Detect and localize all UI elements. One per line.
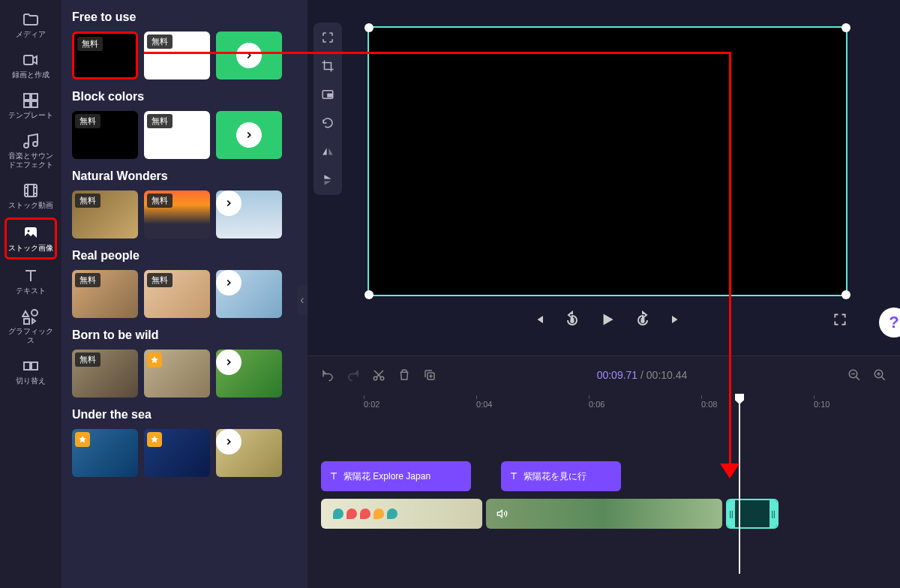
stock-thumbnail[interactable]: 無料 (72, 32, 138, 80)
stock-thumbnail[interactable] (72, 429, 138, 477)
stock-thumbnail[interactable]: 無料 (144, 270, 210, 318)
stock-thumbnail[interactable] (144, 350, 210, 398)
pip-icon[interactable] (319, 86, 337, 104)
resize-handle[interactable] (842, 23, 850, 32)
svg-text:5: 5 (571, 318, 574, 323)
clip-trim-left[interactable]: || (728, 500, 735, 527)
free-badge: 無料 (75, 273, 100, 287)
audio-icon (496, 508, 508, 520)
svg-rect-3 (24, 101, 30, 107)
sidebar-stock-image[interactable]: ストック画像 (4, 218, 57, 260)
video-icon (22, 51, 40, 69)
fit-icon[interactable] (319, 28, 337, 46)
flip-h-icon[interactable] (319, 142, 337, 160)
more-button[interactable] (236, 122, 262, 148)
timeline: 00:09.71 / 00:10.44 0:02 0:04 0:06 0:08 … (308, 356, 900, 588)
stock-thumbnail[interactable] (216, 32, 282, 80)
ruler-tick: 0:04 (476, 400, 492, 409)
collapse-panel[interactable]: ‹ (297, 285, 308, 315)
sidebar-label: 音楽とサウンドエフェクト (6, 152, 56, 170)
svg-text:5: 5 (641, 318, 644, 323)
stock-thumbnail[interactable] (216, 350, 282, 398)
resize-handle[interactable] (364, 290, 374, 299)
crop-icon[interactable] (319, 57, 337, 75)
more-button[interactable] (216, 350, 242, 375)
svg-rect-0 (24, 56, 33, 64)
sidebar-label: ストック動画 (8, 201, 53, 210)
play-button[interactable] (598, 310, 617, 329)
svg-point-18 (374, 376, 377, 380)
ruler-tick: 0:10 (814, 400, 830, 409)
forward-button[interactable]: 5 (634, 310, 652, 328)
sidebar-templates[interactable]: テンプレート (4, 87, 57, 124)
stock-thumbnail[interactable]: 無料 (144, 190, 210, 238)
svg-rect-1 (24, 94, 30, 100)
stock-thumbnail[interactable]: 無料 (144, 32, 210, 80)
timeline-tracks[interactable]: 紫陽花 Explore Japan 紫陽花を見に行 || (308, 416, 900, 588)
stock-thumbnail[interactable] (216, 270, 282, 318)
timeline-ruler[interactable]: 0:02 0:04 0:06 0:08 0:10 0:12 (308, 394, 900, 416)
free-badge: 無料 (147, 273, 172, 287)
sidebar-label: テンプレート (8, 111, 53, 120)
delete-button[interactable] (398, 368, 411, 382)
resize-handle[interactable] (842, 290, 850, 299)
fullscreen-button[interactable] (832, 312, 848, 327)
more-button[interactable] (216, 190, 242, 216)
rotate-icon[interactable] (319, 114, 337, 132)
sidebar-transition[interactable]: 切り替え (4, 352, 57, 390)
sidebar-label: グラフィックス (6, 327, 56, 345)
stock-thumbnail[interactable]: 無料 (144, 111, 210, 159)
sidebar-label: テキスト (16, 286, 46, 296)
clip-trim-right[interactable]: || (770, 500, 777, 527)
category-title: Free to use (72, 10, 297, 24)
playback-controls: 5 5 (345, 310, 870, 329)
sidebar-graphics[interactable]: グラフィックス (4, 303, 57, 350)
video-clip[interactable] (486, 499, 722, 529)
zoom-in-button[interactable] (873, 368, 886, 382)
main-area: 5 5 ? 00:09.71 / 00:10.44 (308, 0, 900, 588)
preview-canvas[interactable] (368, 26, 848, 296)
free-badge: 無料 (75, 194, 100, 208)
zoom-out-button[interactable] (848, 368, 861, 382)
rewind-button[interactable]: 5 (563, 310, 581, 328)
clip-label: 紫陽花 Explore Japan (344, 470, 430, 483)
selected-clip[interactable]: || || (726, 499, 778, 529)
more-button[interactable] (216, 270, 242, 296)
stock-thumbnail[interactable]: 無料 (72, 111, 138, 159)
svg-rect-15 (328, 94, 332, 97)
sidebar-text[interactable]: テキスト (4, 262, 57, 300)
resize-handle[interactable] (364, 23, 374, 32)
stock-thumbnail[interactable] (216, 111, 282, 159)
sidebar-music[interactable]: 音楽とサウンドエフェクト (4, 128, 57, 174)
shapes-icon (22, 308, 40, 326)
sidebar-stock-video[interactable]: ストック動画 (4, 177, 57, 214)
svg-rect-11 (24, 319, 29, 324)
duplicate-button[interactable] (423, 368, 436, 382)
more-button[interactable] (236, 43, 262, 68)
svg-point-6 (33, 142, 38, 146)
text-icon (508, 471, 519, 482)
more-button[interactable] (216, 429, 242, 454)
cut-button[interactable] (372, 368, 386, 382)
image-icon (22, 224, 40, 242)
sidebar-media[interactable]: メディア (4, 6, 57, 44)
prev-frame-button[interactable] (532, 312, 547, 327)
stock-panel: Free to use無料無料Block colors無料無料Natural W… (62, 0, 308, 588)
help-button[interactable]: ? (879, 308, 900, 338)
redo-button[interactable] (346, 368, 360, 382)
stock-thumbnail[interactable]: 無料 (72, 270, 138, 318)
video-clip[interactable] (321, 499, 482, 529)
text-clip[interactable]: 紫陽花を見に行 (501, 461, 621, 491)
stock-thumbnail[interactable] (216, 429, 282, 477)
stock-thumbnail[interactable]: 無料 (72, 350, 138, 398)
flip-v-icon[interactable] (319, 171, 337, 189)
stock-thumbnail[interactable]: 無料 (72, 190, 138, 238)
stock-thumbnail[interactable] (144, 429, 210, 477)
playhead[interactable] (739, 394, 740, 574)
clip-label: 紫陽花を見に行 (524, 470, 586, 483)
undo-button[interactable] (321, 368, 334, 382)
text-clip[interactable]: 紫陽花 Explore Japan (321, 461, 471, 491)
stock-thumbnail[interactable] (216, 190, 282, 238)
next-frame-button[interactable] (668, 312, 683, 327)
sidebar-record[interactable]: 録画と作成 (4, 46, 57, 84)
